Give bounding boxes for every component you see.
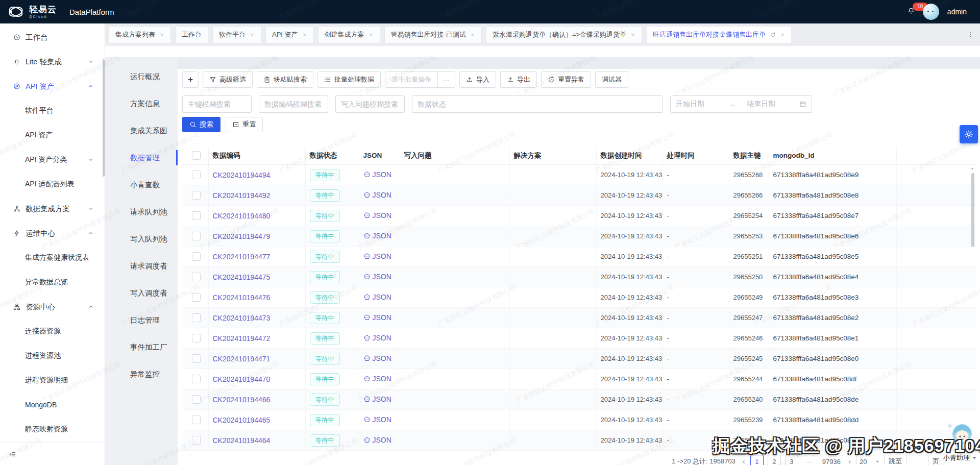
row-checkbox[interactable] [192, 334, 201, 342]
sub-sidebar-item[interactable]: 运行概况 [105, 63, 178, 90]
row-checkbox[interactable] [192, 415, 201, 424]
sub-sidebar-item[interactable]: 小青查数 [105, 172, 178, 199]
tab[interactable]: 工作台 [175, 26, 208, 43]
sidebar-item[interactable]: 进程资源明细 [0, 368, 105, 393]
data-code-link[interactable]: CK202410194466 [213, 396, 271, 404]
json-link[interactable]: JSON [363, 313, 391, 322]
sidebar-item[interactable]: Lite 轻集成 [0, 50, 105, 74]
sidebar-item[interactable]: 数据集成方案 [0, 197, 105, 221]
sidebar-item[interactable]: API 资产 [0, 123, 105, 148]
tab[interactable]: 管易销售出库对接-已测试 [384, 26, 482, 43]
reset-button[interactable]: 重置 [226, 117, 263, 132]
tab[interactable]: 聚水潭采购退货单（确认）=>金蝶采购退货单 [486, 26, 642, 43]
row-checkbox[interactable] [192, 252, 201, 261]
notifications-button[interactable]: 10 [908, 7, 915, 16]
sidebar-item[interactable]: API 资产 [0, 74, 105, 99]
sidebar-item[interactable]: API 资产分类 [0, 148, 105, 172]
json-link[interactable]: JSON [363, 415, 391, 424]
data-code-link[interactable]: CK202410194476 [213, 293, 271, 302]
sidebar-item[interactable]: 运维中心 [0, 221, 105, 246]
data-code-link[interactable]: CK202410194492 [213, 191, 271, 200]
sidebar-item[interactable]: 工作台 [0, 25, 105, 50]
close-icon[interactable] [250, 32, 255, 37]
tab[interactable]: 软件平台 [212, 26, 261, 43]
sidebar-item[interactable]: MongoDB [0, 393, 105, 417]
json-link[interactable]: JSON [363, 170, 391, 179]
refresh-icon[interactable] [770, 32, 776, 38]
row-checkbox[interactable] [192, 211, 201, 220]
close-icon[interactable] [780, 32, 785, 37]
data-code-link[interactable]: CK202410194465 [213, 416, 271, 424]
user-avatar[interactable] [923, 4, 939, 20]
sub-sidebar-item[interactable]: 数据管理 [105, 144, 178, 172]
close-icon[interactable] [630, 32, 635, 37]
row-checkbox[interactable] [192, 273, 201, 281]
json-link[interactable]: JSON [363, 211, 391, 219]
data-code-link[interactable]: CK202410194472 [213, 334, 271, 342]
row-checkbox[interactable] [192, 232, 201, 240]
search-button[interactable]: 搜索 [182, 117, 220, 132]
sidebar-item[interactable]: 连接器资源 [0, 319, 105, 344]
data-code-link[interactable]: CK202410194470 [213, 375, 271, 383]
scroll-up-icon[interactable] [970, 166, 975, 171]
sub-sidebar-item[interactable]: 写入队列池 [105, 226, 178, 253]
collapse-sidebar-icon[interactable] [9, 451, 16, 458]
import-button[interactable]: 导入 [459, 71, 496, 88]
json-link[interactable]: JSON [363, 293, 391, 301]
data-code-link[interactable]: CK202410194473 [213, 314, 271, 322]
row-checkbox[interactable] [192, 436, 201, 445]
username[interactable]: admin [947, 8, 967, 16]
sub-sidebar-item[interactable]: 请求调度者 [105, 253, 178, 280]
json-link[interactable]: JSON [363, 395, 391, 403]
data-code-link[interactable]: CK202410194471 [213, 355, 271, 363]
close-icon[interactable] [159, 32, 164, 37]
sidebar-item[interactable]: 集成方案健康状况表 [0, 246, 105, 270]
sub-sidebar-item[interactable]: 日志管理 [105, 307, 178, 334]
sub-sidebar-item[interactable]: 请求队列池 [105, 199, 178, 226]
batch-selected-button[interactable]: 选中批量操作 [385, 71, 438, 88]
json-link[interactable]: JSON [363, 273, 391, 281]
data-code-link[interactable]: CK202410194464 [213, 436, 271, 445]
sub-sidebar-item[interactable]: 事件加工厂 [105, 334, 178, 361]
data-code-link[interactable]: CK202410194479 [213, 232, 271, 240]
row-checkbox[interactable] [192, 170, 201, 179]
json-link[interactable]: JSON [363, 354, 391, 362]
row-checkbox[interactable] [192, 313, 201, 322]
row-checkbox[interactable] [192, 375, 201, 383]
tab[interactable]: 旺店通销售出库单对接金蝶销售出库单 [646, 26, 792, 43]
sidebar-item[interactable]: 异常数据总览 [0, 270, 105, 295]
data-code-link[interactable]: CK202410194494 [213, 171, 271, 179]
batch-process-button[interactable]: 批量处理数据 [317, 71, 381, 88]
paste-search-button[interactable]: 块粘贴搜索 [257, 71, 313, 88]
sub-sidebar-item[interactable]: 集成关系图 [105, 117, 178, 144]
json-link[interactable]: JSON [363, 232, 391, 240]
settings-fab[interactable] [960, 125, 978, 143]
data-code-link[interactable]: CK202410194475 [213, 273, 271, 281]
sidebar-item[interactable]: 资源中心 [0, 295, 105, 319]
debugger-button[interactable]: 调试器 [595, 71, 628, 88]
sidebar-item[interactable]: API 适配器列表 [0, 172, 105, 197]
status-select[interactable] [412, 95, 663, 113]
data-code-link[interactable]: CK202410194477 [213, 253, 271, 261]
sub-sidebar-item[interactable]: 方案信息 [105, 90, 178, 117]
add-record-button[interactable]: + [182, 71, 199, 88]
close-icon[interactable] [302, 32, 307, 37]
json-link[interactable]: JSON [363, 375, 391, 383]
reset-error-button[interactable]: 重置异常 [541, 71, 591, 88]
batch-more-button[interactable]: ··· [438, 71, 455, 88]
row-checkbox[interactable] [192, 354, 201, 363]
sub-sidebar-item[interactable]: 异常监控 [105, 361, 178, 388]
json-link[interactable]: JSON [363, 334, 391, 342]
row-checkbox[interactable] [192, 293, 201, 302]
sidebar-scrollbar[interactable] [103, 59, 105, 177]
json-link[interactable]: JSON [363, 252, 391, 260]
export-button[interactable]: 导出 [500, 71, 537, 88]
json-link[interactable]: JSON [363, 191, 391, 199]
sub-sidebar-item[interactable]: 写入调度者 [105, 280, 178, 307]
row-checkbox[interactable] [192, 191, 201, 200]
select-all-checkbox[interactable] [192, 151, 201, 160]
advanced-filter-button[interactable]: 高级筛选 [203, 71, 253, 88]
tab[interactable]: 创建集成方案 [318, 26, 380, 43]
table-scrollbar[interactable] [971, 173, 974, 247]
date-range-picker[interactable]: 开始日期 → 结束日期 [670, 95, 812, 113]
